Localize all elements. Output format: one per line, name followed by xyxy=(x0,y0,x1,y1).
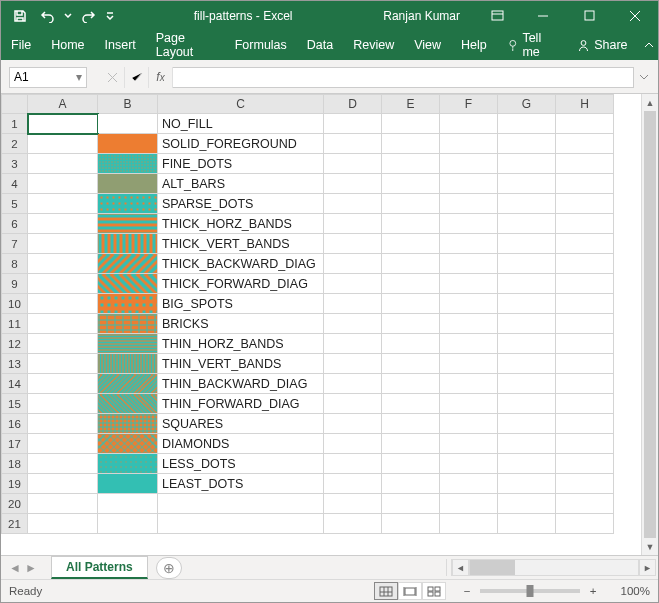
cell-D11[interactable] xyxy=(324,314,382,334)
undo-dropdown[interactable] xyxy=(63,3,73,29)
cell-H16[interactable] xyxy=(556,414,614,434)
cell-B4[interactable] xyxy=(98,174,158,194)
cell-G3[interactable] xyxy=(498,154,556,174)
cell-D18[interactable] xyxy=(324,454,382,474)
cell-D12[interactable] xyxy=(324,334,382,354)
cell-A17[interactable] xyxy=(28,434,98,454)
row-header-1[interactable]: 1 xyxy=(2,114,28,134)
cell-A8[interactable] xyxy=(28,254,98,274)
row-header-19[interactable]: 19 xyxy=(2,474,28,494)
cell-E7[interactable] xyxy=(382,234,440,254)
cell-A15[interactable] xyxy=(28,394,98,414)
new-sheet-button[interactable]: ⊕ xyxy=(156,557,182,579)
cell-C12[interactable]: THIN_HORZ_BANDS xyxy=(158,334,324,354)
expand-formula-bar-button[interactable] xyxy=(634,73,654,81)
cell-C7[interactable]: THICK_VERT_BANDS xyxy=(158,234,324,254)
cell-F17[interactable] xyxy=(440,434,498,454)
save-button[interactable] xyxy=(7,3,33,29)
cell-F10[interactable] xyxy=(440,294,498,314)
cell-A20[interactable] xyxy=(28,494,98,514)
cell-G11[interactable] xyxy=(498,314,556,334)
cell-D19[interactable] xyxy=(324,474,382,494)
maximize-button[interactable] xyxy=(566,1,612,30)
hscroll-track[interactable] xyxy=(469,559,639,576)
tab-data[interactable]: Data xyxy=(297,30,343,60)
cell-B2[interactable] xyxy=(98,134,158,154)
cell-H11[interactable] xyxy=(556,314,614,334)
hscroll-right-button[interactable]: ► xyxy=(639,559,656,576)
cell-C6[interactable]: THICK_HORZ_BANDS xyxy=(158,214,324,234)
cell-A21[interactable] xyxy=(28,514,98,534)
select-all-cell[interactable] xyxy=(2,95,28,114)
tab-insert[interactable]: Insert xyxy=(95,30,146,60)
cell-E15[interactable] xyxy=(382,394,440,414)
cell-D2[interactable] xyxy=(324,134,382,154)
cell-B16[interactable] xyxy=(98,414,158,434)
normal-view-button[interactable] xyxy=(374,582,398,600)
cell-H13[interactable] xyxy=(556,354,614,374)
cell-D3[interactable] xyxy=(324,154,382,174)
cell-F7[interactable] xyxy=(440,234,498,254)
cell-C11[interactable]: BRICKS xyxy=(158,314,324,334)
scroll-up-button[interactable]: ▲ xyxy=(642,94,658,111)
cell-C4[interactable]: ALT_BARS xyxy=(158,174,324,194)
vertical-scrollbar[interactable]: ▲ ▼ xyxy=(641,94,658,555)
cell-F14[interactable] xyxy=(440,374,498,394)
cell-D1[interactable] xyxy=(324,114,382,134)
cell-E2[interactable] xyxy=(382,134,440,154)
cell-A18[interactable] xyxy=(28,454,98,474)
row-header-21[interactable]: 21 xyxy=(2,514,28,534)
cell-A10[interactable] xyxy=(28,294,98,314)
cell-D6[interactable] xyxy=(324,214,382,234)
cell-H12[interactable] xyxy=(556,334,614,354)
cell-D7[interactable] xyxy=(324,234,382,254)
cell-F15[interactable] xyxy=(440,394,498,414)
cell-G15[interactable] xyxy=(498,394,556,414)
row-header-4[interactable]: 4 xyxy=(2,174,28,194)
cell-B8[interactable] xyxy=(98,254,158,274)
cell-G4[interactable] xyxy=(498,174,556,194)
cell-C3[interactable]: FINE_DOTS xyxy=(158,154,324,174)
cell-D15[interactable] xyxy=(324,394,382,414)
cell-G5[interactable] xyxy=(498,194,556,214)
tab-review[interactable]: Review xyxy=(343,30,404,60)
cell-E21[interactable] xyxy=(382,514,440,534)
tab-page-layout[interactable]: Page Layout xyxy=(146,30,225,60)
undo-button[interactable] xyxy=(35,3,61,29)
cell-C21[interactable] xyxy=(158,514,324,534)
cell-F9[interactable] xyxy=(440,274,498,294)
column-header-E[interactable]: E xyxy=(382,95,440,114)
cell-G9[interactable] xyxy=(498,274,556,294)
tab-home[interactable]: Home xyxy=(41,30,94,60)
cell-E19[interactable] xyxy=(382,474,440,494)
cell-E18[interactable] xyxy=(382,454,440,474)
sheet-nav-next[interactable]: ► xyxy=(23,561,39,575)
tell-me-search[interactable]: Tell me xyxy=(497,30,565,60)
tab-file[interactable]: File xyxy=(1,30,41,60)
row-header-12[interactable]: 12 xyxy=(2,334,28,354)
cell-C18[interactable]: LESS_DOTS xyxy=(158,454,324,474)
cell-C13[interactable]: THIN_VERT_BANDS xyxy=(158,354,324,374)
cell-G21[interactable] xyxy=(498,514,556,534)
cell-A19[interactable] xyxy=(28,474,98,494)
cell-F8[interactable] xyxy=(440,254,498,274)
cell-H10[interactable] xyxy=(556,294,614,314)
tab-formulas[interactable]: Formulas xyxy=(225,30,297,60)
cell-C1[interactable]: NO_FILL xyxy=(158,114,324,134)
row-header-17[interactable]: 17 xyxy=(2,434,28,454)
zoom-percent[interactable]: 100% xyxy=(606,585,650,597)
cell-B1[interactable] xyxy=(98,114,158,134)
row-header-2[interactable]: 2 xyxy=(2,134,28,154)
cell-D13[interactable] xyxy=(324,354,382,374)
cell-B6[interactable] xyxy=(98,214,158,234)
cell-H18[interactable] xyxy=(556,454,614,474)
cell-F12[interactable] xyxy=(440,334,498,354)
cell-F16[interactable] xyxy=(440,414,498,434)
cell-H9[interactable] xyxy=(556,274,614,294)
name-box[interactable]: A1 ▾ xyxy=(9,67,87,88)
row-header-14[interactable]: 14 xyxy=(2,374,28,394)
row-header-8[interactable]: 8 xyxy=(2,254,28,274)
cell-F3[interactable] xyxy=(440,154,498,174)
cell-B15[interactable] xyxy=(98,394,158,414)
cell-A12[interactable] xyxy=(28,334,98,354)
